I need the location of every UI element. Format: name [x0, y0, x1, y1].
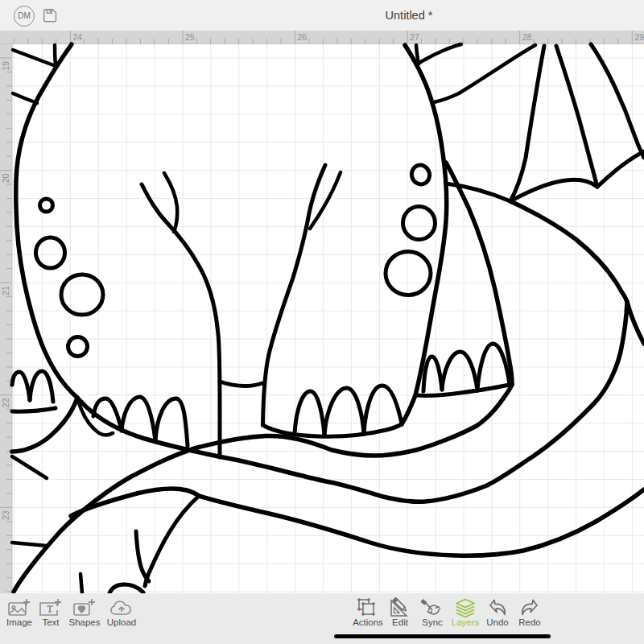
svg-text:23: 23 — [1, 510, 10, 520]
svg-text:27: 27 — [410, 32, 419, 42]
svg-text:20: 20 — [1, 173, 10, 183]
svg-text:25: 25 — [185, 32, 195, 42]
svg-text:26: 26 — [298, 32, 308, 42]
svg-text:19: 19 — [1, 61, 10, 71]
svg-text:24: 24 — [72, 32, 82, 42]
svg-text:21: 21 — [1, 286, 10, 295]
svg-text:28: 28 — [522, 32, 532, 42]
svg-text:29: 29 — [634, 32, 644, 42]
svg-text:22: 22 — [1, 398, 10, 408]
